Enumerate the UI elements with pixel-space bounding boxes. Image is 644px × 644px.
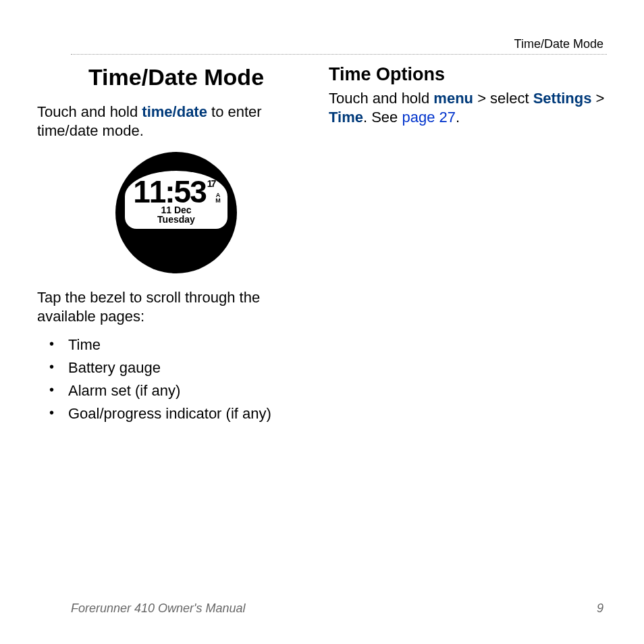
pages-list: Time Battery gauge Alarm set (if any) Go… xyxy=(37,333,315,425)
footer-page-number: 9 xyxy=(597,601,603,616)
tap-instruction: Tap the bezel to scroll through the avai… xyxy=(37,288,315,325)
page-title: Time/Date Mode xyxy=(37,64,315,90)
section-title: Time Options xyxy=(329,64,607,85)
page-link[interactable]: page 27 xyxy=(402,109,456,126)
ampm-m: M xyxy=(215,197,219,204)
watch-ampm: AM xyxy=(215,192,219,203)
list-item: Goal/progress indicator (if any) xyxy=(49,402,315,425)
right-column: Time Options Touch and hold menu > selec… xyxy=(329,64,607,425)
watch-time-row: 11:5317AM xyxy=(125,176,227,207)
running-header: Time/Date Mode xyxy=(514,37,603,51)
p1-mid1: > select xyxy=(473,90,533,107)
footer-manual-name: Forerunner 410 Owner's Manual xyxy=(71,601,246,616)
list-item: Alarm set (if any) xyxy=(49,379,315,402)
watch-date-line1: 11 Dec xyxy=(161,205,191,215)
watch-date-block: 11 Dec Tuesday xyxy=(125,205,227,225)
p1-post1: . See xyxy=(363,109,402,126)
time-options-paragraph: Touch and hold menu > select Settings > … xyxy=(329,89,607,126)
watch-date-line2: Tuesday xyxy=(157,214,195,225)
list-item: Time xyxy=(49,333,315,356)
p1-post2: . xyxy=(456,109,460,126)
settings-action: Settings xyxy=(533,90,592,107)
watch-seconds: 17 xyxy=(207,179,215,188)
watch-face: 11:5317AM 11 Dec Tuesday xyxy=(115,152,237,273)
page-footer: Forerunner 410 Owner's Manual 9 xyxy=(71,601,603,616)
intro-pre: Touch and hold xyxy=(37,103,142,120)
intro-action-bold: time/date xyxy=(142,103,207,120)
intro-paragraph: Touch and hold time/date to enter time/d… xyxy=(37,103,315,140)
content-columns: Time/Date Mode Touch and hold time/date … xyxy=(37,64,607,425)
p1-mid2: > xyxy=(591,90,604,107)
left-column: Time/Date Mode Touch and hold time/date … xyxy=(37,64,315,425)
list-item: Battery gauge xyxy=(49,356,315,379)
watch-screen: 11:5317AM 11 Dec Tuesday xyxy=(125,171,227,229)
menu-action: menu xyxy=(433,90,473,107)
time-action: Time xyxy=(329,109,363,126)
watch-illustration: 11:5317AM 11 Dec Tuesday xyxy=(37,152,315,273)
p1-pre: Touch and hold xyxy=(329,90,433,107)
header-divider xyxy=(71,54,607,55)
